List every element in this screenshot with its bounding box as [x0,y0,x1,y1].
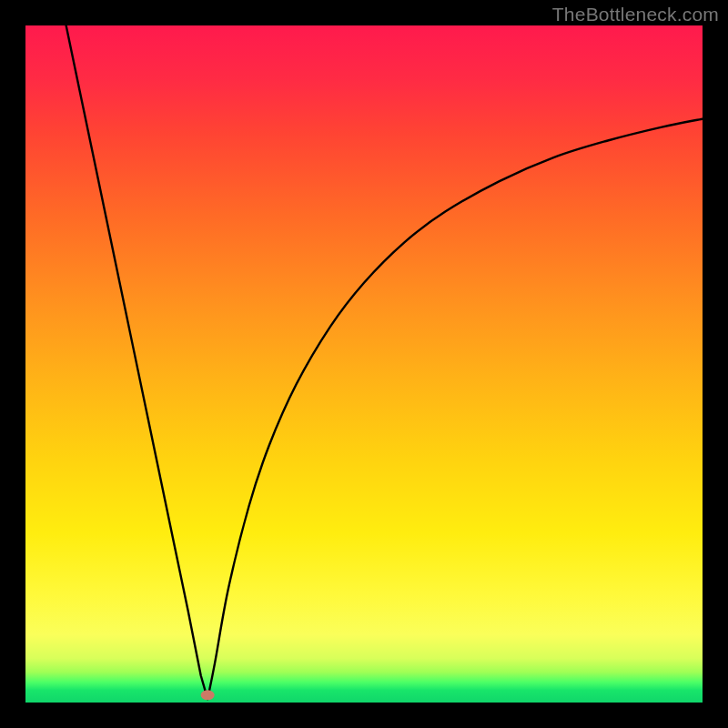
minimum-marker [201,690,215,700]
curve-path [66,25,703,699]
chart-frame: TheBottleneck.com [0,0,728,728]
watermark-text: TheBottleneck.com [552,4,719,25]
plot-area [25,25,703,703]
curve-overlay [25,25,703,703]
